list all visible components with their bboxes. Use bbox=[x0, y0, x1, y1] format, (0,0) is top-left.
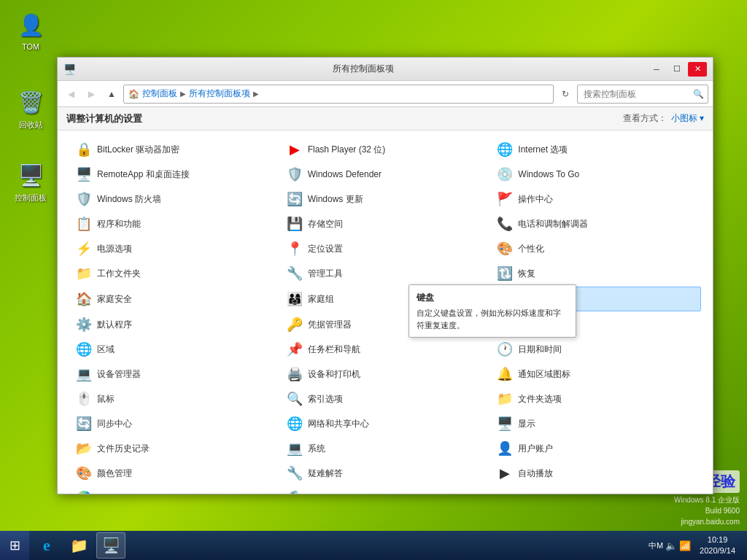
win-version: Windows 8.1 企业版 Build 9600 jingyan.baidu… bbox=[665, 494, 740, 527]
desktop-icon-label: TOM bbox=[22, 42, 39, 51]
item-notification[interactable]: 🔔 通知区域图标 bbox=[490, 362, 701, 386]
item-phone[interactable]: 📞 电话和调制解调器 bbox=[490, 212, 701, 236]
view-mode-button[interactable]: 小图标 ▾ bbox=[671, 112, 704, 125]
item-file-history[interactable]: 📂 文件历史记录 bbox=[69, 437, 280, 460]
item-speech[interactable]: 🎙️ 语言识别 bbox=[280, 486, 491, 494]
item-region[interactable]: 🌐 区域 bbox=[69, 338, 280, 361]
control-panel-icon: 🖥️ bbox=[16, 160, 45, 190]
maximize-button[interactable]: ☐ bbox=[667, 62, 686, 77]
work-folders-icon: 📁 bbox=[75, 265, 93, 282]
minimize-button[interactable]: ─ bbox=[647, 62, 666, 77]
desktop-icon-control-panel[interactable]: 🖥️ 控制面板 bbox=[9, 160, 53, 203]
item-sync[interactable]: 🔄 同步中心 bbox=[69, 412, 280, 435]
tray-network-icon[interactable]: 📶 bbox=[679, 540, 691, 551]
window-title: 所有控制面板项 bbox=[80, 63, 647, 75]
item-datetime[interactable]: 🕐 日期和时间 bbox=[490, 338, 701, 361]
toolbar-right: 查看方式： 小图标 ▾ bbox=[623, 112, 704, 125]
taskbar-ie[interactable]: e bbox=[32, 532, 61, 559]
toolbar-title: 调整计算机的设置 bbox=[66, 112, 142, 125]
sync-icon: 🔄 bbox=[75, 415, 93, 432]
item-storage[interactable]: 💾 存储空间 bbox=[280, 212, 491, 236]
region-icon: 🌐 bbox=[75, 341, 93, 358]
item-indexing[interactable]: 🔍 索引选项 bbox=[280, 387, 491, 411]
item-admin-tools[interactable]: 🔧 管理工具 bbox=[280, 262, 491, 285]
address-home-icon: 🏠 bbox=[128, 89, 139, 99]
breadcrumb-all-items[interactable]: 所有控制面板项 bbox=[189, 88, 250, 100]
address-bar: ◀ ▶ ▲ 🏠 控制面板 ▶ 所有控制面板项 ▶ ↻ 🔍 bbox=[58, 81, 713, 107]
taskbar-clock[interactable]: 10:19 2020/9/14 bbox=[694, 534, 741, 557]
item-defender[interactable]: 🛡️ Windows Defender bbox=[280, 163, 491, 186]
desktop-icon-recycle[interactable]: 🗑️ 回收站 bbox=[9, 88, 53, 131]
item-mouse[interactable]: 🖱️ 鼠标 bbox=[69, 387, 280, 411]
update-icon: 🔄 bbox=[286, 190, 303, 208]
item-windows-to-go[interactable]: 💿 Windows To Go bbox=[490, 163, 701, 186]
recovery-icon: 🔃 bbox=[496, 265, 514, 282]
tray-volume-icon[interactable]: 🔈 bbox=[665, 540, 677, 551]
start-button[interactable]: ⊞ bbox=[0, 531, 29, 560]
taskbar-control-panel[interactable]: 🖥️ bbox=[96, 532, 125, 559]
network-icon: 🌐 bbox=[286, 415, 303, 432]
item-devices-printers[interactable]: 🖨️ 设备和打印机 bbox=[280, 362, 491, 386]
item-network[interactable]: 🌐 网络和共享中心 bbox=[280, 412, 491, 435]
item-location[interactable]: 📍 定位设置 bbox=[280, 237, 491, 260]
up-button[interactable]: ▲ bbox=[103, 85, 120, 103]
forward-button[interactable]: ▶ bbox=[82, 85, 100, 103]
item-family-safety[interactable]: 🏠 家庭安全 bbox=[69, 287, 280, 311]
taskbar-explorer[interactable]: 📁 bbox=[64, 532, 93, 559]
item-default-programs[interactable]: ⚙️ 默认程序 bbox=[69, 313, 280, 336]
mouse-icon: 🖱️ bbox=[75, 390, 93, 408]
item-action-center[interactable]: 🚩 操作中心 bbox=[490, 187, 701, 211]
search-input[interactable] bbox=[577, 85, 708, 104]
taskbar-items: e 📁 🖥️ bbox=[29, 532, 643, 559]
device-manager-icon: 💻 bbox=[75, 365, 93, 383]
internet-icon: 🌐 bbox=[496, 141, 514, 158]
item-work-folders[interactable]: 📁 工作文件夹 bbox=[69, 262, 280, 285]
search-wrapper: 🔍 bbox=[577, 85, 708, 104]
control-panel-window: 🖥️ 所有控制面板项 ─ ☐ ✕ ◀ ▶ ▲ 🏠 控制面板 ▶ 所有控制面板项 … bbox=[57, 57, 713, 494]
item-taskbar[interactable]: 📌 任务栏和导航 bbox=[280, 338, 491, 361]
folder-options-icon: 📁 bbox=[496, 390, 514, 408]
item-firewall[interactable]: 🛡️ Windows 防火墙 bbox=[69, 187, 280, 211]
storage-icon: 💾 bbox=[286, 215, 303, 233]
admin-tools-icon: 🔧 bbox=[286, 265, 303, 282]
breadcrumb-control-panel[interactable]: 控制面板 bbox=[142, 88, 177, 100]
phone-icon: 📞 bbox=[496, 215, 514, 233]
notification-icon: 🔔 bbox=[496, 365, 514, 383]
language-icon: 🌏 bbox=[75, 489, 93, 494]
item-update[interactable]: 🔄 Windows 更新 bbox=[280, 187, 491, 211]
desktop-icon-user[interactable]: 👤 TOM bbox=[9, 10, 53, 51]
user-accounts-icon: 👤 bbox=[496, 440, 514, 457]
item-device-manager[interactable]: 💻 设备管理器 bbox=[69, 362, 280, 386]
file-history-icon: 📂 bbox=[75, 440, 93, 457]
item-remoteapp[interactable]: 🖥️ RemoteApp 和桌面连接 bbox=[69, 163, 280, 186]
item-display[interactable]: 🖥️ 显示 bbox=[490, 412, 701, 435]
item-system[interactable]: 💻 系统 bbox=[280, 437, 491, 460]
item-empty3 bbox=[490, 486, 701, 494]
item-internet[interactable]: 🌐 Internet 选项 bbox=[490, 138, 701, 161]
item-color-manage[interactable]: 🎨 颜色管理 bbox=[69, 462, 280, 485]
address-path[interactable]: 🏠 控制面板 ▶ 所有控制面板项 ▶ bbox=[123, 85, 554, 104]
back-button[interactable]: ◀ bbox=[62, 85, 80, 103]
toolbar: 调整计算机的设置 查看方式： 小图标 ▾ bbox=[58, 107, 713, 131]
item-language[interactable]: 🌏 语言 bbox=[69, 486, 280, 494]
family-safety-icon: 🏠 bbox=[75, 290, 93, 308]
item-autoplay[interactable]: ▶ 自动播放 bbox=[490, 462, 701, 485]
desktop-icon-label: 回收站 bbox=[19, 120, 43, 131]
item-bitlocker[interactable]: 🔒 BitLocker 驱动器加密 bbox=[69, 138, 280, 161]
taskbar-tray: 中M 🔈 📶 10:19 2020/9/14 bbox=[643, 534, 747, 557]
item-programs[interactable]: 📋 程序和功能 bbox=[69, 212, 280, 236]
taskbar: ⊞ e 📁 🖥️ 中M 🔈 📶 10:19 2020/9/14 bbox=[0, 531, 747, 560]
item-troubleshoot[interactable]: 🔧 疑难解答 bbox=[280, 462, 491, 485]
item-flash[interactable]: ▶ Flash Player (32 位) bbox=[280, 138, 491, 161]
item-power[interactable]: ⚡ 电源选项 bbox=[69, 237, 280, 260]
user-icon: 👤 bbox=[16, 10, 45, 39]
refresh-button[interactable]: ↻ bbox=[557, 85, 574, 103]
item-user-accounts[interactable]: 👤 用户账户 bbox=[490, 437, 701, 460]
item-folder-options[interactable]: 📁 文件夹选项 bbox=[490, 387, 701, 411]
defender-icon: 🛡️ bbox=[286, 166, 303, 183]
bitlocker-icon: 🔒 bbox=[75, 141, 93, 158]
item-recovery[interactable]: 🔃 恢复 bbox=[490, 262, 701, 285]
close-button[interactable]: ✕ bbox=[688, 62, 707, 77]
tray-language-icon[interactable]: 中M bbox=[649, 540, 663, 551]
item-personalize[interactable]: 🎨 个性化 bbox=[490, 237, 701, 260]
